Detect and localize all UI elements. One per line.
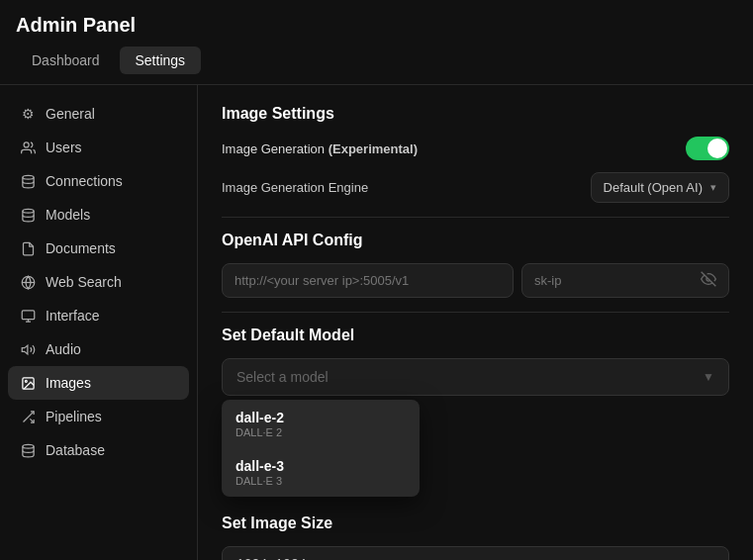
tab-settings[interactable]: Settings	[120, 47, 202, 74]
model-select-placeholder: Select a model	[236, 369, 329, 385]
pipelines-icon	[20, 409, 36, 424]
sidebar-item-database[interactable]: Database	[8, 433, 189, 467]
sidebar-label-documents: Documents	[46, 240, 116, 256]
engine-chevron-icon: ▾	[710, 181, 716, 194]
svg-point-0	[24, 141, 29, 146]
image-settings-title: Image Settings	[222, 105, 729, 123]
image-generation-toggle[interactable]	[686, 137, 729, 160]
interface-icon	[20, 308, 36, 324]
users-icon	[20, 140, 36, 155]
sidebar-item-audio[interactable]: Audio	[8, 332, 189, 366]
sidebar-label-pipelines: Pipelines	[46, 409, 102, 424]
model-select-button[interactable]: Select a model ▼	[222, 358, 729, 396]
model-dropdown-popup: dall-e-2 DALL·E 2 dall-e-3 DALL·E 3	[222, 400, 420, 497]
sidebar: ⚙ General Users Conne	[0, 85, 198, 560]
documents-icon	[20, 240, 36, 256]
dropdown-item-dall-e-3-name: dall-e-3	[235, 458, 406, 474]
tab-dashboard[interactable]: Dashboard	[16, 47, 116, 74]
dropdown-item-dall-e-3-subtitle: DALL·E 3	[235, 475, 406, 487]
dropdown-item-dall-e-3[interactable]: dall-e-3 DALL·E 3	[222, 448, 420, 497]
image-generation-row: Image Generation (Experimental)	[222, 137, 729, 160]
database-icon	[20, 442, 36, 458]
model-select-wrapper: Select a model ▼ dall-e-2 DALL·E 2 dall-…	[222, 358, 729, 396]
svg-marker-8	[22, 345, 28, 354]
divider-2	[222, 312, 729, 313]
dropdown-item-dall-e-2-name: dall-e-2	[235, 410, 406, 425]
sidebar-label-interface: Interface	[46, 308, 99, 324]
sidebar-item-models[interactable]: Models	[8, 198, 189, 232]
svg-point-10	[25, 380, 27, 382]
dropdown-item-dall-e-2[interactable]: dall-e-2 DALL·E 2	[222, 400, 420, 448]
sidebar-label-web-search: Web Search	[46, 274, 122, 290]
image-settings-section: Image Settings Image Generation (Experim…	[222, 105, 729, 203]
sidebar-label-images: Images	[46, 375, 91, 391]
sidebar-label-models: Models	[46, 207, 90, 223]
model-select-chevron-icon: ▼	[703, 370, 714, 384]
api-key-input[interactable]	[534, 273, 701, 288]
svg-point-13	[22, 444, 33, 448]
web-search-icon	[20, 274, 36, 290]
sidebar-item-general[interactable]: ⚙ General	[8, 97, 189, 131]
sidebar-item-pipelines[interactable]: Pipelines	[8, 400, 189, 433]
sidebar-label-connections: Connections	[46, 173, 123, 189]
tabs: Dashboard Settings	[16, 47, 737, 74]
sidebar-label-audio: Audio	[46, 341, 81, 357]
engine-select-value: Default (Open AI)	[604, 180, 703, 195]
audio-icon	[20, 341, 36, 357]
layout: ⚙ General Users Conne	[0, 85, 753, 560]
sidebar-item-users[interactable]: Users	[8, 131, 189, 164]
openai-api-config-section: OpenAI API Config	[222, 232, 729, 298]
engine-select-wrapper: Default (Open AI) ▾	[591, 172, 729, 203]
sidebar-label-users: Users	[46, 140, 82, 155]
main-content: Image Settings Image Generation (Experim…	[198, 85, 753, 560]
images-icon	[20, 375, 36, 391]
sidebar-item-web-search[interactable]: Web Search	[8, 265, 189, 299]
sidebar-item-images[interactable]: Images	[8, 366, 189, 400]
set-default-model-section: Set Default Model Select a model ▼ dall-…	[222, 327, 729, 560]
openai-api-config-title: OpenAI API Config	[222, 232, 729, 249]
set-image-size-title: Set Image Size	[222, 514, 729, 532]
set-image-size-section: Set Image Size	[222, 514, 729, 560]
dropdown-item-dall-e-2-subtitle: DALL·E 2	[235, 426, 406, 438]
svg-point-1	[22, 175, 33, 179]
engine-select-button[interactable]: Default (Open AI) ▾	[591, 172, 729, 203]
general-icon: ⚙	[20, 106, 36, 122]
api-key-field	[521, 263, 729, 298]
eye-icon[interactable]	[701, 271, 716, 290]
api-inputs-row	[222, 263, 729, 298]
sidebar-item-documents[interactable]: Documents	[8, 232, 189, 265]
connections-icon	[20, 173, 36, 189]
page-title: Admin Panel	[16, 14, 737, 37]
sidebar-label-database: Database	[46, 442, 105, 458]
sidebar-label-general: General	[46, 106, 95, 122]
header: Admin Panel Dashboard Settings	[0, 0, 753, 85]
models-icon	[20, 207, 36, 223]
svg-rect-5	[22, 310, 35, 319]
image-generation-engine-label: Image Generation Engine	[222, 180, 368, 195]
server-url-input[interactable]	[222, 263, 514, 298]
image-generation-engine-row: Image Generation Engine Default (Open AI…	[222, 172, 729, 203]
image-size-input[interactable]	[222, 546, 729, 560]
sidebar-item-connections[interactable]: Connections	[8, 164, 189, 198]
divider-1	[222, 217, 729, 218]
sidebar-item-interface[interactable]: Interface	[8, 299, 189, 332]
image-generation-label: Image Generation (Experimental)	[222, 141, 418, 156]
set-default-model-title: Set Default Model	[222, 327, 729, 344]
svg-point-2	[22, 209, 33, 213]
